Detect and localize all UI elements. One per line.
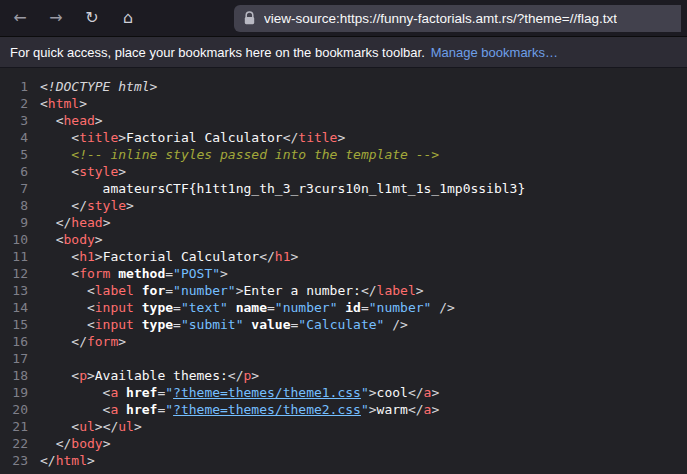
token-tag: body (71, 436, 102, 451)
token-val: " (361, 385, 369, 400)
token-val: "text" (181, 300, 228, 315)
token-p: > (95, 232, 103, 247)
token-p: = (267, 300, 275, 315)
token-p: </ (283, 130, 299, 145)
token-txt: amateursCTF{h1tt1ng_th_3_r3curs10n_l1mt_… (40, 181, 525, 196)
source-line: 17 (4, 350, 687, 367)
token-p: </ (408, 402, 424, 417)
token-txt: Enter a number: (244, 283, 361, 298)
line-content: <input type="text" name="number" id="num… (40, 299, 455, 316)
line-number: 21 (4, 418, 28, 435)
line-number: 3 (4, 112, 28, 129)
token-p: > (337, 130, 345, 145)
token-p: > (95, 419, 103, 434)
manage-bookmarks-link[interactable]: Manage bookmarks… (431, 45, 558, 60)
home-button[interactable]: ⌂ (114, 4, 142, 32)
token-attr: type (142, 317, 173, 332)
token-p (134, 283, 142, 298)
line-number: 8 (4, 197, 28, 214)
line-number: 20 (4, 401, 28, 418)
token-p (118, 402, 126, 417)
token-p: </ (40, 453, 56, 468)
source-line: 13 <label for="number">Enter a number:</… (4, 282, 687, 299)
line-number: 1 (4, 78, 28, 95)
token-p (134, 300, 142, 315)
line-number: 9 (4, 214, 28, 231)
line-content: <ul></ul> (40, 418, 142, 435)
forward-button[interactable]: → (42, 4, 70, 32)
token-val: " (165, 402, 173, 417)
token-p: < (40, 283, 95, 298)
token-p: > (95, 249, 103, 264)
line-number: 12 (4, 265, 28, 282)
token-attr: method (118, 266, 165, 281)
token-val: "number" (369, 300, 432, 315)
token-p: /> (431, 300, 454, 315)
token-tag: label (95, 283, 134, 298)
token-attr: for (142, 283, 165, 298)
token-p: > (87, 453, 95, 468)
line-number: 17 (4, 350, 28, 367)
browser-window: ← → ↻ ⌂ view-source:https://funny-factor… (0, 0, 687, 474)
line-content: </head> (40, 214, 110, 231)
line-number: 22 (4, 435, 28, 452)
token-attr: href (126, 402, 157, 417)
token-p: > (416, 283, 424, 298)
line-number: 18 (4, 367, 28, 384)
token-tag: p (79, 368, 87, 383)
token-p: </ (103, 419, 119, 434)
token-tag: ul (118, 419, 134, 434)
line-content: <a href="?theme=themes/theme1.css">cool<… (40, 384, 439, 401)
token-p: < (40, 113, 63, 128)
token-p: </ (40, 436, 71, 451)
home-icon: ⌂ (123, 10, 133, 26)
token-p: > (118, 164, 126, 179)
token-p: </ (361, 283, 377, 298)
line-content: <body> (40, 231, 103, 248)
token-txt: Available themes: (95, 368, 228, 383)
line-number: 4 (4, 129, 28, 146)
lock-icon[interactable] (244, 11, 255, 25)
token-tag: h1 (79, 249, 95, 264)
line-content: </html> (40, 452, 95, 469)
token-p: < (40, 419, 79, 434)
line-content: <input type="submit" value="Calculate" /… (40, 316, 408, 333)
token-p: > (95, 113, 103, 128)
token-val: "POST" (173, 266, 220, 281)
line-content: <h1>Factorial Calculator</h1> (40, 248, 298, 265)
line-content: <!DOCTYPE html> (40, 78, 157, 95)
token-tag: label (377, 283, 416, 298)
source-link[interactable]: ?theme=themes/theme1.css (173, 385, 361, 400)
token-val: "Calculate" (298, 317, 384, 332)
token-p: > (236, 283, 244, 298)
line-number: 16 (4, 333, 28, 350)
token-val: "number" (275, 300, 338, 315)
token-tag: title (79, 130, 118, 145)
source-line: 15 <input type="submit" value="Calculate… (4, 316, 687, 333)
token-p: < (40, 130, 79, 145)
token-p: < (40, 368, 79, 383)
token-attr: name (236, 300, 267, 315)
token-tag: ul (79, 419, 95, 434)
source-line: 18 <p>Available themes:</p> (4, 367, 687, 384)
navigation-toolbar: ← → ↻ ⌂ view-source:https://funny-factor… (0, 0, 687, 37)
token-val: "submit" (181, 317, 244, 332)
forward-icon: → (49, 10, 62, 26)
token-p: < (40, 249, 79, 264)
token-com: <!-- inline styles passed into the templ… (71, 147, 439, 162)
token-p: /> (384, 317, 407, 332)
token-p: > (134, 419, 142, 434)
reload-button[interactable]: ↻ (78, 4, 106, 32)
token-tag: form (87, 334, 118, 349)
back-button[interactable]: ← (6, 4, 34, 32)
line-content: </body> (40, 435, 110, 452)
line-content: <head> (40, 112, 103, 129)
source-link[interactable]: ?theme=themes/theme2.css (173, 402, 361, 417)
token-p: > (126, 198, 134, 213)
url-bar[interactable]: view-source:https://funny-factorials.amt… (234, 5, 681, 32)
line-content: <title>Factorial Calculator</title> (40, 129, 345, 146)
url-text[interactable]: view-source:https://funny-factorials.amt… (264, 11, 617, 26)
token-p: </ (259, 249, 275, 264)
token-p: > (118, 334, 126, 349)
source-line: 21 <ul></ul> (4, 418, 687, 435)
